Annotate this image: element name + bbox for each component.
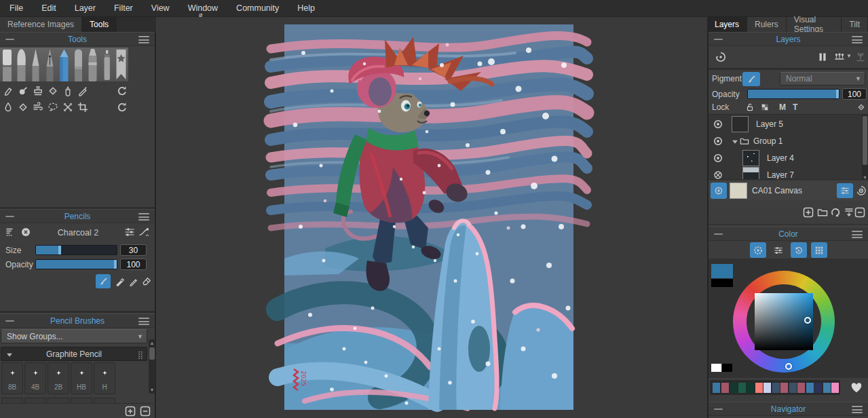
lasso-icon[interactable] bbox=[48, 102, 58, 113]
palette-swatch[interactable] bbox=[763, 383, 771, 393]
wheel-icon[interactable] bbox=[750, 242, 766, 258]
tool-marker[interactable] bbox=[86, 48, 100, 81]
brush-group-header[interactable]: Graphite Pencil bbox=[1, 347, 147, 361]
redo-icon[interactable] bbox=[117, 102, 128, 113]
panel-menu-icon[interactable] bbox=[138, 318, 149, 325]
add-icon[interactable] bbox=[125, 406, 136, 417]
palette-swatch[interactable] bbox=[814, 383, 822, 393]
tab-layers[interactable]: Layers bbox=[707, 17, 747, 32]
canvas-layer-name[interactable]: CA01 Canvas bbox=[752, 186, 802, 195]
panel-menu-icon[interactable] bbox=[852, 36, 863, 43]
tool-round-brush[interactable] bbox=[14, 48, 29, 81]
tab-rulers[interactable]: Rulers bbox=[747, 17, 787, 32]
eye-icon[interactable] bbox=[713, 136, 723, 147]
water-drop-icon[interactable] bbox=[3, 102, 14, 113]
scrollbar-thumb[interactable] bbox=[149, 347, 155, 360]
tab-reference-images[interactable]: Reference Images bbox=[0, 17, 82, 32]
layer-row-layer5[interactable]: Layer 5 bbox=[709, 116, 868, 133]
grid-icon[interactable] bbox=[811, 242, 827, 258]
pattern-icon[interactable] bbox=[18, 102, 29, 113]
eraser-icon[interactable] bbox=[141, 276, 152, 287]
transform-icon[interactable] bbox=[62, 102, 73, 113]
eye-icon[interactable] bbox=[711, 183, 727, 199]
collapse-icon[interactable] bbox=[5, 39, 14, 40]
menu-view[interactable]: View bbox=[151, 3, 170, 13]
black-swatch[interactable] bbox=[722, 364, 732, 372]
menu-edit[interactable]: Edit bbox=[41, 3, 56, 13]
panel-menu-icon[interactable] bbox=[138, 213, 149, 221]
menu-community[interactable]: Community bbox=[236, 3, 279, 13]
tool-flat-brush[interactable] bbox=[0, 48, 14, 81]
layer-row-layer4[interactable]: Layer 4 bbox=[709, 150, 868, 167]
size-value[interactable]: 30 bbox=[120, 244, 147, 256]
pin-stack-icon[interactable] bbox=[834, 52, 845, 62]
marker-pen-icon[interactable] bbox=[3, 86, 14, 96]
blob-brush-icon[interactable] bbox=[18, 86, 29, 96]
palette-swatch[interactable] bbox=[730, 383, 737, 393]
opacity-slider[interactable] bbox=[35, 259, 117, 269]
merge-down-icon[interactable] bbox=[844, 207, 854, 218]
opacity-value[interactable]: 100 bbox=[120, 259, 147, 270]
palette-swatch[interactable] bbox=[823, 383, 831, 393]
palette-swatch[interactable] bbox=[806, 383, 814, 393]
chisel-brush-icon[interactable] bbox=[114, 276, 125, 287]
lock-m-toggle[interactable]: M bbox=[779, 102, 786, 112]
tool-spray-can[interactable] bbox=[100, 48, 114, 81]
smudge-wind-icon[interactable] bbox=[33, 102, 43, 113]
stamp-icon[interactable] bbox=[33, 86, 43, 96]
favorite-heart-icon[interactable] bbox=[847, 379, 866, 395]
pause-icon[interactable] bbox=[817, 52, 828, 62]
scrollbar[interactable]: ▲ ▼ bbox=[149, 339, 155, 394]
layer-thumbnail[interactable] bbox=[742, 167, 759, 180]
tool-ink-nib[interactable] bbox=[43, 48, 57, 81]
sv-selector[interactable] bbox=[804, 317, 811, 324]
layer-name[interactable]: Layer 5 bbox=[756, 119, 783, 129]
canvas-thumbnail[interactable] bbox=[730, 183, 747, 199]
layer-row-group1[interactable]: Group 1 bbox=[709, 133, 868, 150]
collapse-icon[interactable] bbox=[714, 408, 723, 410]
collapse-icon[interactable] bbox=[714, 39, 723, 40]
tab-tilt[interactable]: Tilt bbox=[842, 17, 868, 32]
tool-pencil-selected[interactable] bbox=[57, 48, 71, 81]
pigment-toggle-button[interactable] bbox=[742, 72, 760, 86]
eye-icon[interactable] bbox=[713, 119, 723, 130]
tool-favorites-ribbon[interactable] bbox=[114, 48, 128, 81]
paint-tube-icon[interactable] bbox=[62, 86, 73, 96]
layer-name[interactable]: Layer 4 bbox=[767, 153, 794, 163]
brush-h[interactable]: H bbox=[94, 362, 115, 394]
scroll-down-icon[interactable]: ▼ bbox=[149, 387, 155, 392]
stroke-settings-icon[interactable] bbox=[124, 227, 135, 238]
menu-file[interactable]: File bbox=[10, 3, 23, 13]
panel-menu-icon[interactable] bbox=[852, 406, 863, 413]
panel-menu-icon[interactable] bbox=[852, 231, 863, 238]
tab-tools[interactable]: Tools bbox=[82, 17, 117, 32]
current-color-swatch[interactable] bbox=[711, 264, 733, 278]
remove-icon[interactable] bbox=[140, 406, 151, 417]
menu-help[interactable]: Help bbox=[297, 3, 315, 13]
layer-settings-button[interactable] bbox=[837, 183, 853, 198]
tool-blunt-brush[interactable] bbox=[71, 48, 86, 81]
eye-icon[interactable] bbox=[713, 153, 723, 164]
chevron-down-icon[interactable] bbox=[730, 137, 740, 147]
white-swatch[interactable] bbox=[711, 364, 721, 372]
tool-pointed-brush[interactable] bbox=[29, 48, 43, 81]
panel-menu-icon[interactable] bbox=[138, 36, 149, 43]
paint-brush-icon[interactable] bbox=[96, 274, 111, 288]
chevron-down-icon[interactable] bbox=[5, 350, 14, 360]
collapse-icon[interactable] bbox=[714, 233, 723, 235]
history-icon[interactable] bbox=[791, 242, 807, 258]
palette-swatch[interactable] bbox=[831, 383, 839, 393]
palette-swatch[interactable] bbox=[738, 383, 746, 393]
layer-name[interactable]: Group 1 bbox=[753, 136, 782, 146]
secondary-color-swatch[interactable] bbox=[711, 279, 733, 287]
brush-2b[interactable]: 2B bbox=[48, 362, 69, 394]
menu-filter[interactable]: Filter bbox=[114, 3, 133, 13]
palette-swatch[interactable] bbox=[747, 383, 754, 393]
menu-layer[interactable]: Layer bbox=[75, 3, 96, 13]
layer-row-layer7[interactable]: Layer 7 bbox=[709, 167, 868, 180]
lock-icon[interactable] bbox=[745, 102, 755, 112]
palette-swatch[interactable] bbox=[789, 383, 797, 393]
brush-hb[interactable]: HB bbox=[71, 362, 92, 394]
ink-pen-icon[interactable] bbox=[128, 276, 139, 287]
sliders-icon[interactable] bbox=[770, 242, 787, 258]
